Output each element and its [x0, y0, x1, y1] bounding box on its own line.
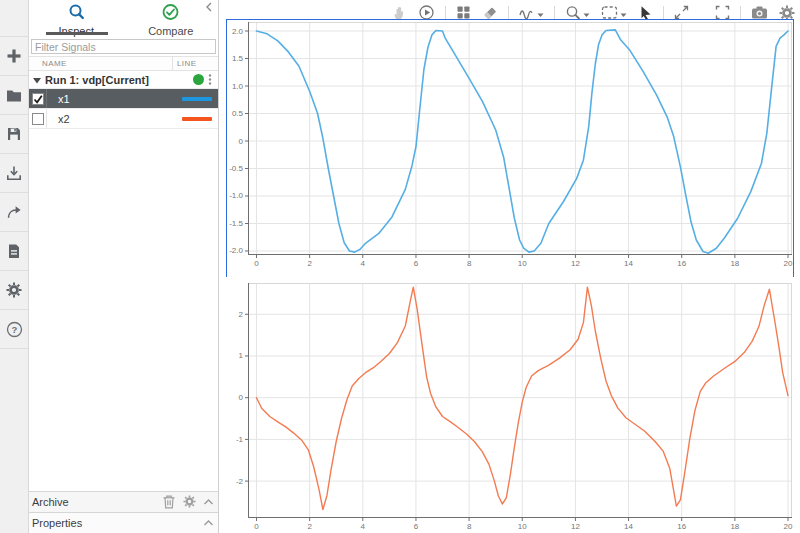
sidebar-tabs: Inspect Compare [29, 0, 218, 36]
save-button[interactable] [0, 115, 28, 154]
svg-text:12: 12 [571, 522, 580, 531]
x1-line-swatch [182, 97, 212, 101]
chevron-down-icon [620, 8, 627, 20]
tab-inspect-label: Inspect [59, 25, 94, 37]
archive-section-header[interactable]: Archive [29, 491, 218, 512]
folder-icon [6, 87, 22, 103]
chevron-down-icon [537, 8, 544, 20]
help-icon: ? [6, 321, 23, 338]
signal-name: x2 [58, 113, 70, 125]
svg-text:12: 12 [571, 259, 580, 268]
run-label: Run 1: vdp[Current] [45, 74, 149, 86]
subplot-x2[interactable]: 02468101214161820210-1-2 [227, 277, 793, 533]
preferences-button[interactable] [0, 271, 28, 310]
svg-text:8: 8 [467, 259, 472, 268]
svg-text:6: 6 [414, 259, 419, 268]
run-status-dot [193, 74, 204, 85]
tab-compare-label: Compare [148, 25, 193, 37]
svg-text:20: 20 [784, 259, 793, 268]
sidebar: Inspect Compare NAME LINE Run 1: vdp[Cur… [29, 0, 219, 533]
x2-checkbox[interactable] [32, 113, 44, 125]
svg-text:20: 20 [784, 522, 793, 531]
properties-section-header[interactable]: Properties [29, 512, 218, 533]
svg-text:1.0: 1.0 [232, 82, 244, 91]
signal-name: x1 [58, 93, 70, 105]
svg-text:14: 14 [624, 259, 633, 268]
svg-text:?: ? [11, 324, 17, 335]
chevron-down-icon [583, 8, 590, 20]
signal-table-empty-area [29, 129, 218, 491]
save-icon [6, 126, 22, 142]
share-arrow-icon [6, 204, 22, 220]
svg-text:10: 10 [518, 259, 527, 268]
svg-text:6: 6 [414, 522, 419, 531]
svg-text:0: 0 [239, 137, 244, 146]
signal-table-header: NAME LINE [29, 56, 218, 71]
svg-text:-0.5: -0.5 [229, 164, 243, 173]
open-button[interactable] [0, 76, 28, 115]
kebab-menu-icon[interactable] [206, 73, 214, 86]
gear-icon[interactable] [183, 495, 196, 510]
trash-icon[interactable] [162, 494, 176, 511]
tab-inspect[interactable]: Inspect [29, 0, 124, 36]
svg-text:2: 2 [239, 310, 244, 319]
signal-row-x1[interactable]: x1 [29, 89, 218, 109]
svg-text:4: 4 [361, 259, 366, 268]
svg-text:1.5: 1.5 [232, 54, 244, 63]
svg-text:2.0: 2.0 [232, 27, 244, 36]
svg-text:1: 1 [239, 351, 244, 360]
report-document-icon [6, 243, 22, 259]
svg-text:8: 8 [467, 522, 472, 531]
expand-triangle-icon[interactable] [33, 74, 41, 86]
column-header-name: NAME [42, 59, 67, 68]
check-circle-icon [161, 3, 180, 24]
import-button[interactable] [0, 154, 28, 193]
magnifier-icon [67, 3, 86, 24]
x2-line-swatch [182, 117, 212, 121]
filter-signals-input[interactable] [31, 39, 216, 54]
filter-signals [29, 36, 218, 56]
svg-text:0: 0 [254, 259, 259, 268]
run-row[interactable]: Run 1: vdp[Current] [29, 71, 218, 89]
help-button[interactable]: ? [0, 310, 28, 349]
simulation-data-inspector: ? Inspect Compare NAME LINE Run [0, 0, 800, 533]
chevron-up-icon[interactable] [203, 496, 214, 508]
svg-text:18: 18 [730, 259, 739, 268]
app-toolstrip: ? [0, 0, 29, 533]
plot-area: 024681012141618202.01.51.00.50-0.5-1.0-1… [220, 0, 800, 533]
svg-text:-1.0: -1.0 [229, 191, 243, 200]
svg-text:0.5: 0.5 [232, 109, 244, 118]
svg-text:14: 14 [624, 522, 633, 531]
create-report-button[interactable] [0, 232, 28, 271]
chevron-up-icon[interactable] [203, 517, 214, 529]
svg-text:18: 18 [730, 522, 739, 531]
svg-text:-2: -2 [236, 477, 244, 486]
svg-text:2: 2 [307, 522, 312, 531]
export-button[interactable] [0, 193, 28, 232]
svg-text:0: 0 [254, 522, 259, 531]
svg-text:-2.0: -2.0 [229, 246, 243, 255]
plus-icon [6, 48, 22, 64]
svg-text:-1.5: -1.5 [229, 219, 243, 228]
properties-label: Properties [32, 517, 82, 529]
add-button[interactable] [0, 36, 28, 76]
svg-text:16: 16 [677, 522, 686, 531]
column-header-line: LINE [177, 59, 196, 68]
column-divider [172, 57, 173, 70]
x1-checkbox[interactable] [32, 93, 44, 105]
signal-row-x2[interactable]: x2 [29, 109, 218, 129]
archive-label: Archive [32, 496, 69, 508]
collapse-panel-button[interactable] [203, 1, 215, 13]
gear-icon [6, 282, 22, 298]
svg-text:0: 0 [239, 393, 244, 402]
svg-text:4: 4 [361, 522, 366, 531]
selected-tab-underline [46, 32, 108, 35]
import-icon [6, 165, 22, 181]
svg-text:2: 2 [307, 259, 312, 268]
subplot-x1[interactable]: 024681012141618202.01.51.00.50-0.5-1.0-1… [227, 20, 793, 277]
svg-text:16: 16 [677, 259, 686, 268]
svg-text:10: 10 [518, 522, 527, 531]
svg-text:-1: -1 [236, 435, 244, 444]
